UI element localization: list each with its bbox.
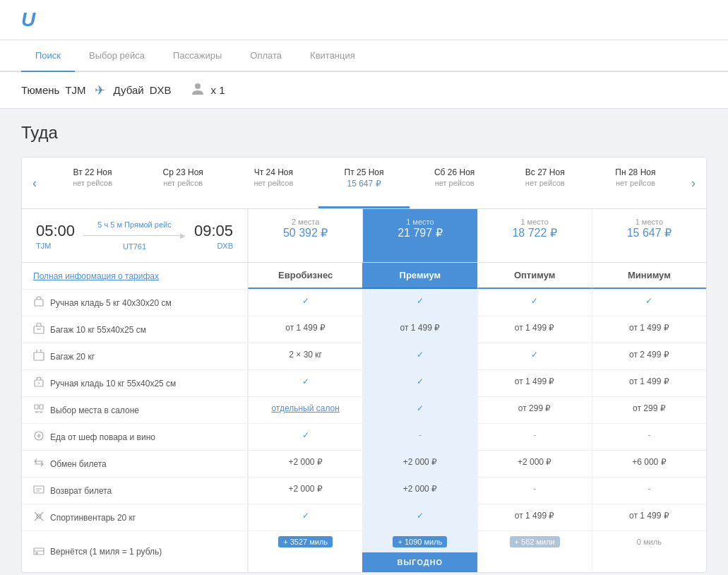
feature-icon-0 bbox=[33, 296, 44, 309]
tariff-price-1[interactable]: 21 797 ₽ bbox=[369, 226, 471, 239]
feature-1-col-3: от 1 499 ₽ bbox=[592, 316, 706, 343]
flight-number: UT761 bbox=[123, 242, 146, 251]
svg-rect-4 bbox=[34, 352, 44, 360]
feature-4-col-2: от 299 ₽ bbox=[477, 397, 592, 423]
feature-1-col-1: от 1 499 ₽ bbox=[362, 316, 477, 343]
feature-label-4: Выбор места в салоне bbox=[50, 405, 139, 415]
depart-time: 05:00 bbox=[36, 222, 75, 240]
feature-3-col-1: ✓ bbox=[362, 370, 477, 396]
feature-label-7: Возврат билета bbox=[50, 486, 112, 496]
breadcrumb: Поиск Выбор рейса Пассажиры Оплата Квита… bbox=[0, 40, 728, 72]
feature-9-col-3: 0 миль bbox=[592, 531, 706, 552]
feature-icon-4 bbox=[33, 403, 44, 417]
feature-2-col-2: ✓ bbox=[477, 343, 592, 369]
feature-6-col-1: +2 000 ₽ bbox=[362, 451, 477, 477]
breadcrumb-search[interactable]: Поиск bbox=[21, 40, 75, 72]
tariff-price-3[interactable]: 15 647 ₽ bbox=[598, 226, 700, 239]
breadcrumb-passengers[interactable]: Пассажиры bbox=[159, 40, 236, 72]
feature-2-col-1: ✓ bbox=[362, 343, 477, 369]
feature-3-col-0: ✓ bbox=[248, 370, 362, 396]
feature-icon-1 bbox=[33, 323, 44, 336]
feature-label-3: Ручная кладь 10 кг 55х40х25 см bbox=[50, 379, 176, 389]
feature-5-col-3: - bbox=[592, 424, 706, 450]
feature-6-col-3: +6 000 ₽ bbox=[592, 451, 706, 477]
svg-rect-10 bbox=[34, 486, 44, 493]
feature-1-col-2: от 1 499 ₽ bbox=[477, 316, 592, 343]
date-next-button[interactable]: › bbox=[681, 158, 706, 208]
feature-label-0: Ручная кладь 5 кг 40х30х20 см bbox=[50, 298, 172, 308]
feature-icon-6 bbox=[33, 457, 44, 470]
feature-3-col-2: от 1 499 ₽ bbox=[477, 370, 592, 396]
feature-9-col-2: + 562 мили bbox=[477, 531, 592, 552]
feature-icon-8 bbox=[33, 511, 44, 524]
feature-7-col-0: +2 000 ₽ bbox=[248, 478, 362, 504]
feature-0-col-1: ✓ bbox=[362, 290, 477, 316]
feature-8-col-2: от 1 499 ₽ bbox=[477, 504, 592, 530]
feature-label-8: Спортинвентарь 20 кг bbox=[50, 513, 136, 523]
svg-rect-7 bbox=[35, 405, 38, 409]
logo: U bbox=[21, 8, 35, 31]
feature-2-col-0: 2 × 30 кг bbox=[248, 343, 362, 369]
svg-rect-8 bbox=[40, 405, 43, 409]
breadcrumb-flight-select[interactable]: Выбор рейса bbox=[75, 40, 159, 72]
date-item-2[interactable]: Чт 24 Ноя нет рейсов bbox=[228, 158, 318, 208]
separate-salon-link[interactable]: отдельный салон bbox=[271, 403, 339, 413]
flight-type: Прямой рейс bbox=[124, 220, 172, 229]
feature-label-2: Багаж 20 кг bbox=[50, 352, 95, 362]
flight-duration: 5 ч 5 м bbox=[97, 220, 122, 229]
feature-5-col-1: - bbox=[362, 424, 477, 450]
date-prev-button[interactable]: ‹ bbox=[22, 158, 47, 208]
feature-4-col-1: ✓ bbox=[362, 397, 477, 423]
feature-7-col-3: - bbox=[592, 478, 706, 504]
feature-icon-9 bbox=[33, 545, 44, 559]
to-code: DXB bbox=[150, 84, 172, 96]
tariff-price-2[interactable]: 18 722 ₽ bbox=[484, 226, 586, 239]
breadcrumb-receipt[interactable]: Квитанция bbox=[296, 40, 369, 72]
feature-0-col-2: ✓ bbox=[477, 290, 592, 316]
feature-8-col-3: от 1 499 ₽ bbox=[592, 504, 706, 530]
feature-0-col-3: ✓ bbox=[592, 290, 706, 316]
tariff-price-0[interactable]: 50 392 ₽ bbox=[254, 226, 357, 239]
tariff-header-3[interactable]: 1 место 15 647 ₽ bbox=[592, 209, 706, 262]
tariff-header-0[interactable]: 2 места 50 392 ₽ bbox=[248, 209, 362, 262]
breadcrumb-payment[interactable]: Оплата bbox=[236, 40, 296, 72]
feature-5-col-0: ✓ bbox=[248, 424, 362, 450]
date-item-5[interactable]: Вс 27 Ноя нет рейсов bbox=[500, 158, 590, 208]
date-item-1[interactable]: Ср 23 Ноя нет рейсов bbox=[138, 158, 228, 208]
badge-vyigodno: ВЫГОДНО bbox=[398, 558, 443, 567]
to-city: Дубай bbox=[114, 84, 144, 96]
date-item-6[interactable]: Пн 28 Ноя нет рейсов bbox=[590, 158, 681, 208]
tariff-header-1[interactable]: 1 место 21 797 ₽ bbox=[362, 209, 477, 262]
features-section: Ручная кладь 5 кг 40х30х20 см ✓ ✓ ✓ ✓ bbox=[22, 290, 706, 572]
feature-icon-3 bbox=[33, 377, 44, 390]
date-item-0[interactable]: Вт 22 Ноя нет рейсов bbox=[47, 158, 138, 208]
dates-row: Вт 22 Ноя нет рейсов Ср 23 Ноя нет рейсо… bbox=[47, 158, 681, 208]
tariff-header-2[interactable]: 1 место 18 722 ₽ bbox=[477, 209, 592, 262]
tariff-name-3: Минимум bbox=[592, 263, 706, 289]
feature-5-col-2: - bbox=[477, 424, 592, 450]
tariff-name-2: Оптимум bbox=[477, 263, 592, 289]
passenger-icon bbox=[191, 82, 205, 98]
feature-9-col-0: + 3527 миль bbox=[248, 531, 362, 552]
feature-9-col-1: + 1090 миль bbox=[362, 531, 477, 552]
svg-rect-1 bbox=[35, 300, 43, 306]
tariff-name-0: Евробизнес bbox=[248, 263, 362, 289]
route-arrow-icon: ✈ bbox=[95, 83, 105, 98]
feature-6-col-0: +2 000 ₽ bbox=[248, 451, 362, 477]
feature-7-col-1: +2 000 ₽ bbox=[362, 478, 477, 504]
feature-icon-7 bbox=[33, 484, 44, 497]
passenger-count: x 1 bbox=[210, 84, 225, 96]
arrive-time: 09:05 bbox=[194, 222, 233, 240]
feature-8-col-1: ✓ bbox=[362, 504, 477, 530]
date-item-3[interactable]: Пт 25 Ноя 15 647 ₽ bbox=[318, 158, 409, 208]
date-item-4[interactable]: Сб 26 Ноя нет рейсов bbox=[410, 158, 500, 208]
feature-7-col-2: - bbox=[477, 478, 592, 504]
tariff-info-link[interactable]: Полная информация о тарифах bbox=[22, 264, 159, 288]
svg-point-15 bbox=[36, 552, 37, 554]
feature-4-col-0[interactable]: отдельный салон bbox=[248, 397, 362, 423]
feature-4-col-3: от 299 ₽ bbox=[592, 397, 706, 423]
feature-icon-5 bbox=[33, 430, 44, 444]
header: U bbox=[0, 0, 728, 40]
svg-rect-2 bbox=[34, 326, 44, 333]
feature-label-5: Еда от шеф повара и вино bbox=[50, 432, 155, 442]
